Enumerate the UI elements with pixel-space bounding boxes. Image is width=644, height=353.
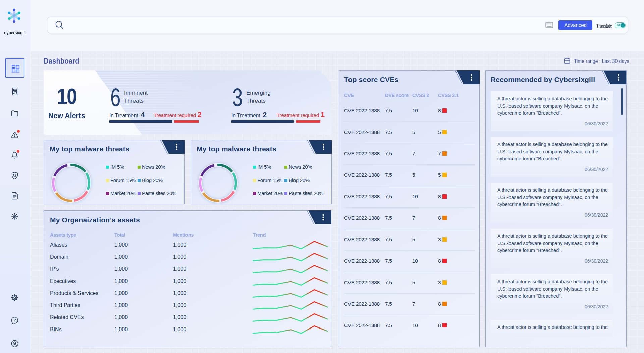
svg-text:?: ? (14, 318, 16, 322)
